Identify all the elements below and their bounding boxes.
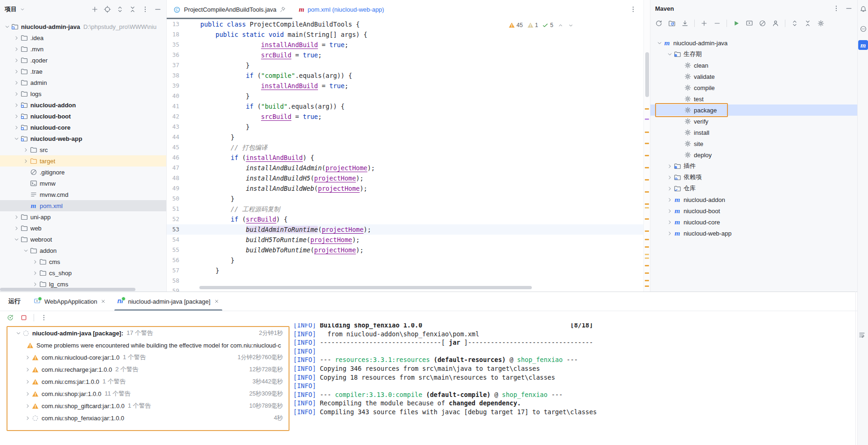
maven-item-niucloud-core[interactable]: mniucloud-core	[650, 216, 857, 228]
build-row[interactable]: com.niu:shop_giftcard:jar:1.0.01 个警告10秒7…	[7, 400, 289, 412]
chevron-right-icon[interactable]	[13, 224, 20, 232]
collapse-all-icon[interactable]	[804, 20, 812, 27]
stripe-mark[interactable]	[645, 155, 649, 156]
maven-item-clean[interactable]: clean	[650, 60, 857, 71]
chevron-right-icon[interactable]	[32, 258, 39, 265]
stripe-mark[interactable]	[645, 218, 649, 220]
code-line-43[interactable]: 43 }	[167, 122, 643, 132]
chevron-right-icon[interactable]	[13, 101, 20, 109]
code-line-51[interactable]: 51 // 工程源码复制	[167, 204, 643, 214]
expand-all-icon[interactable]	[791, 20, 798, 27]
project-tree-item-web[interactable]: web	[0, 222, 166, 234]
folder-sync-icon[interactable]	[668, 20, 676, 27]
chevron-right-icon[interactable]	[24, 391, 31, 397]
chevron-down-icon[interactable]	[13, 135, 20, 142]
editor-horizontal-scrollbar[interactable]	[199, 286, 532, 289]
close-icon[interactable]	[100, 299, 106, 304]
maven-item-niucloud-addon[interactable]: mniucloud-addon	[650, 194, 857, 205]
code-line-50[interactable]: 50 }	[167, 194, 643, 204]
maven-item-site[interactable]: site	[650, 138, 857, 149]
download-icon[interactable]	[681, 20, 689, 27]
chevron-right-icon[interactable]	[13, 213, 20, 221]
chevron-right-icon[interactable]	[666, 218, 673, 226]
pin-icon[interactable]	[280, 7, 286, 13]
expand-all-icon[interactable]	[116, 6, 124, 13]
chevron-right-icon[interactable]	[13, 112, 20, 120]
project-tree-item-target[interactable]: target	[0, 155, 166, 167]
project-tree-item-niucloud-core[interactable]: niucloud-core	[0, 122, 166, 133]
code-line-48[interactable]: 48 installAndBuildH5(projectHome);	[167, 173, 643, 183]
chevron-down-icon[interactable]	[4, 23, 11, 30]
build-row[interactable]: com.niu:recharge:jar:1.0.02 个警告12秒728毫秒	[7, 363, 289, 375]
chevron-right-icon[interactable]	[666, 196, 673, 203]
stripe-mark[interactable]	[645, 167, 649, 168]
stripe-mark[interactable]	[645, 132, 649, 133]
bell-icon[interactable]	[859, 5, 867, 13]
chevron-down-icon[interactable]	[15, 330, 22, 336]
code-line-42[interactable]: 42 srcBuild = true;	[167, 111, 643, 122]
skip-tests-icon[interactable]	[759, 20, 766, 27]
chevron-down-icon[interactable]	[20, 7, 25, 12]
code-viewport[interactable]: 13public class ProjectCompileAndBuildToo…	[167, 19, 643, 292]
chevron-right-icon[interactable]	[666, 229, 673, 237]
chevron-right-icon[interactable]	[666, 162, 673, 170]
locate-icon[interactable]	[104, 6, 111, 13]
code-line-46[interactable]: 46 if (installAndBuild) {	[167, 153, 643, 163]
code-line-49[interactable]: 49 installAndBuildWeb(projectHome);	[167, 183, 643, 194]
code-line-41[interactable]: 41 if ("build".equals(arg)) {	[167, 101, 643, 111]
project-tree-item-mvnw.cmd[interactable]: mvnw.cmd	[0, 189, 166, 200]
maven-item-niucloud-admin-java[interactable]: mniucloud-admin-java	[650, 37, 857, 49]
project-tree-item-.mvn[interactable]: .mvn	[0, 43, 166, 55]
inspections-widget[interactable]: 4515	[507, 21, 576, 29]
project-tree-item-niucloud-web-app[interactable]: niucloud-web-app	[0, 133, 166, 144]
project-tree-item-niucloud-boot[interactable]: niucloud-boot	[0, 111, 166, 122]
stripe-mark[interactable]	[645, 254, 649, 255]
maven-item-生存期[interactable]: 生存期	[650, 49, 857, 60]
project-tree-item-.trae[interactable]: .trae	[0, 66, 166, 77]
code-line-35[interactable]: 35 installAndBuild = true;	[167, 40, 643, 50]
build-row[interactable]: com.niu:niucloud-core:jar:1.01 个警告1分钟2秒7…	[7, 351, 289, 363]
maven-stripe-button[interactable]: m	[858, 40, 868, 50]
build-row[interactable]: com.niu:shop_fenxiao:jar:1.0.04秒	[7, 412, 289, 424]
maven-item-插件[interactable]: 插件	[650, 160, 857, 172]
stripe-mark[interactable]	[645, 239, 649, 240]
chevron-right-icon[interactable]	[13, 56, 20, 64]
stripe-mark[interactable]	[645, 285, 649, 287]
project-tree-item-pom.xml[interactable]: mpom.xml	[0, 200, 166, 211]
minus-icon[interactable]	[713, 20, 721, 27]
play-icon[interactable]	[733, 20, 740, 27]
project-tree-item-uni-app[interactable]: uni-app	[0, 211, 166, 222]
chevron-right-icon[interactable]	[13, 34, 20, 42]
weak-warnings-count[interactable]: 1	[527, 22, 538, 28]
kebab-icon[interactable]	[141, 6, 149, 13]
run-config-icon[interactable]	[746, 20, 753, 27]
gear-icon[interactable]	[817, 20, 825, 27]
stripe-mark[interactable]	[645, 280, 649, 281]
maven-item-test[interactable]: test	[650, 93, 857, 104]
chevron-right-icon[interactable]	[666, 174, 673, 181]
code-line-37[interactable]: 37 }	[167, 60, 643, 70]
chevron-right-icon[interactable]	[22, 157, 29, 165]
stripe-mark[interactable]	[645, 118, 649, 120]
project-tree-item-webroot[interactable]: webroot	[0, 234, 166, 245]
rerun-icon[interactable]	[7, 314, 14, 321]
editor-scrollbar-thumb[interactable]	[645, 52, 649, 97]
code-line-39[interactable]: 39 installAndBuild = true;	[167, 81, 643, 91]
chevron-right-icon[interactable]	[13, 68, 20, 75]
maven-item-niucloud-web-app[interactable]: mniucloud-web-app	[650, 228, 857, 239]
run-tab-niucloud-admin-java[interactable]: niniucloud-admin-java [package]	[112, 292, 225, 311]
maven-item-deploy[interactable]: deploy	[650, 149, 857, 160]
project-tree-item-admin[interactable]: admin	[0, 77, 166, 88]
chevron-right-icon[interactable]	[32, 269, 39, 277]
chevron-right-icon[interactable]	[22, 146, 29, 153]
stripe-mark[interactable]	[645, 179, 649, 181]
maven-item-verify[interactable]: verify	[650, 116, 857, 127]
ok-checks-count[interactable]: 5	[542, 22, 553, 28]
code-line-18[interactable]: 18 public static void main(String[] args…	[167, 29, 643, 40]
project-tree-item-niucloud-addon[interactable]: niucloud-addon	[0, 99, 166, 111]
scroll-to-end-icon[interactable]	[858, 345, 866, 352]
sync-icon[interactable]	[655, 20, 663, 27]
stripe-mark[interactable]	[645, 143, 649, 144]
code-line-47[interactable]: 47 installAndBuildAdmin(projectHome);	[167, 163, 643, 173]
hide-icon[interactable]	[154, 6, 162, 13]
